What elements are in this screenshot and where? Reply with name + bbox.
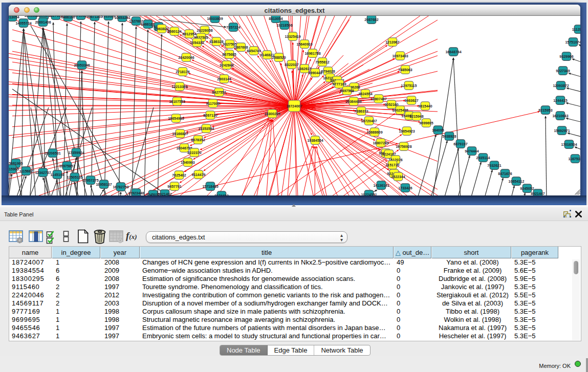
svg-text:2522344: 2522344 bbox=[391, 175, 405, 179]
svg-text:8267130: 8267130 bbox=[203, 114, 217, 117]
svg-text:8454749: 8454749 bbox=[247, 49, 260, 53]
svg-text:9174412: 9174412 bbox=[214, 194, 228, 196]
svg-text:15720407: 15720407 bbox=[361, 119, 377, 123]
svg-text:8215948: 8215948 bbox=[409, 115, 423, 118]
svg-text:17957275: 17957275 bbox=[82, 179, 98, 182]
svg-text:1362615: 1362615 bbox=[297, 67, 311, 71]
svg-text:1540993: 1540993 bbox=[181, 161, 194, 164]
svg-text:1112849: 1112849 bbox=[572, 28, 580, 31]
svg-text:8921402: 8921402 bbox=[158, 192, 171, 196]
svg-text:10688609: 10688609 bbox=[366, 130, 382, 134]
svg-text:12923448: 12923448 bbox=[128, 191, 144, 195]
svg-text:7515526: 7515526 bbox=[101, 16, 115, 18]
svg-text:15692971: 15692971 bbox=[554, 129, 570, 133]
svg-text:10653267: 10653267 bbox=[114, 16, 130, 19]
svg-text:10807487: 10807487 bbox=[371, 97, 386, 101]
svg-text:12213369: 12213369 bbox=[171, 85, 187, 89]
svg-text:7963822: 7963822 bbox=[155, 27, 168, 31]
svg-text:8322037: 8322037 bbox=[285, 63, 298, 67]
svg-text:8660124: 8660124 bbox=[167, 30, 181, 33]
svg-text:1244415: 1244415 bbox=[553, 99, 567, 102]
svg-text:1733426: 1733426 bbox=[398, 186, 412, 190]
svg-text:15718485: 15718485 bbox=[202, 185, 218, 188]
svg-text:12093872: 12093872 bbox=[553, 84, 569, 87]
svg-text:7032621: 7032621 bbox=[487, 164, 501, 167]
svg-text:6497568: 6497568 bbox=[340, 89, 354, 93]
svg-text:14136141: 14136141 bbox=[373, 184, 389, 187]
svg-text:17359924: 17359924 bbox=[68, 151, 84, 155]
svg-text:9463627: 9463627 bbox=[404, 99, 418, 102]
svg-text:10975857: 10975857 bbox=[59, 164, 75, 168]
svg-text:20206531: 20206531 bbox=[45, 151, 60, 155]
svg-text:7485063: 7485063 bbox=[398, 68, 412, 72]
svg-text:9699695: 9699695 bbox=[419, 121, 433, 125]
svg-text:9777169: 9777169 bbox=[332, 82, 346, 86]
svg-text:1151720: 1151720 bbox=[386, 163, 400, 167]
svg-text:20364436: 20364436 bbox=[345, 100, 361, 103]
svg-text:13325419: 13325419 bbox=[285, 35, 300, 38]
svg-text:9242848: 9242848 bbox=[220, 63, 233, 67]
svg-text:7955812: 7955812 bbox=[315, 60, 329, 64]
svg-text:17016504: 17016504 bbox=[561, 143, 577, 146]
svg-text:15640910: 15640910 bbox=[296, 42, 312, 46]
svg-text:2588520: 2588520 bbox=[272, 56, 286, 59]
svg-text:18724007: 18724007 bbox=[286, 104, 302, 108]
svg-text:8675685: 8675685 bbox=[222, 53, 236, 56]
svg-text:16671355: 16671355 bbox=[86, 16, 102, 18]
svg-text:8186328: 8186328 bbox=[209, 40, 223, 43]
svg-text:1115682: 1115682 bbox=[19, 169, 33, 173]
svg-text:10224551: 10224551 bbox=[361, 193, 377, 196]
svg-text:19384554: 19384554 bbox=[307, 139, 323, 142]
svg-text:8921447: 8921447 bbox=[531, 192, 545, 195]
svg-text:9245052: 9245052 bbox=[520, 187, 534, 190]
svg-text:8912954: 8912954 bbox=[182, 32, 196, 36]
svg-text:19756928: 19756928 bbox=[396, 145, 411, 148]
svg-text:8222370: 8222370 bbox=[187, 151, 201, 155]
svg-text:8813054: 8813054 bbox=[269, 17, 282, 20]
svg-text:10958137: 10958137 bbox=[96, 183, 112, 186]
svg-text:22420046: 22420046 bbox=[178, 56, 194, 59]
svg-text:5938928: 5938928 bbox=[442, 135, 456, 138]
svg-text:8215953: 8215953 bbox=[538, 108, 552, 112]
svg-text:9329966: 9329966 bbox=[559, 55, 573, 58]
svg-text:20053346: 20053346 bbox=[74, 63, 90, 67]
svg-text:12342737: 12342737 bbox=[35, 171, 51, 174]
svg-text:15751074: 15751074 bbox=[565, 40, 580, 44]
svg-text:9815440: 9815440 bbox=[418, 104, 432, 108]
svg-text:7357224: 7357224 bbox=[226, 26, 240, 29]
svg-text:16782759: 16782759 bbox=[113, 185, 128, 189]
svg-text:9052160: 9052160 bbox=[384, 103, 398, 106]
svg-text:3824554: 3824554 bbox=[358, 92, 372, 96]
svg-text:8813054: 8813054 bbox=[9, 16, 19, 19]
svg-text:8427552: 8427552 bbox=[212, 91, 226, 94]
svg-text:20691406: 20691406 bbox=[35, 20, 51, 24]
svg-text:8990448: 8990448 bbox=[308, 71, 322, 75]
svg-text:1213967: 1213967 bbox=[385, 40, 399, 44]
svg-text:1167533: 1167533 bbox=[569, 157, 580, 161]
svg-text:23226058: 23226058 bbox=[197, 29, 212, 32]
svg-text:9117006: 9117006 bbox=[206, 102, 220, 105]
svg-text:10025438: 10025438 bbox=[392, 108, 408, 112]
svg-text:2803144: 2803144 bbox=[217, 77, 231, 81]
svg-text:19654985: 19654985 bbox=[168, 117, 184, 120]
svg-text:19654923: 19654923 bbox=[399, 129, 415, 133]
svg-text:9457791: 9457791 bbox=[167, 185, 181, 188]
svg-text:12505135: 12505135 bbox=[67, 176, 82, 179]
svg-text:16046798: 16046798 bbox=[176, 146, 192, 150]
svg-text:7625402: 7625402 bbox=[172, 173, 186, 177]
svg-text:2867608: 2867608 bbox=[234, 46, 248, 49]
svg-text:2718176: 2718176 bbox=[176, 70, 189, 74]
svg-text:1145194: 1145194 bbox=[51, 173, 64, 177]
svg-text:3915905: 3915905 bbox=[9, 167, 19, 171]
svg-text:164095: 164095 bbox=[432, 128, 444, 132]
svg-text:8678352: 8678352 bbox=[191, 138, 205, 142]
svg-text:14055724: 14055724 bbox=[15, 21, 31, 25]
svg-text:9114479: 9114479 bbox=[192, 173, 206, 177]
svg-text:6794028: 6794028 bbox=[321, 70, 335, 73]
svg-text:18300295: 18300295 bbox=[264, 112, 280, 116]
svg-text:1054332: 1054332 bbox=[190, 41, 204, 45]
svg-text:9474444: 9474444 bbox=[465, 149, 478, 153]
svg-text:19166827: 19166827 bbox=[172, 132, 188, 136]
svg-text:2087682: 2087682 bbox=[364, 18, 378, 21]
svg-text:12975115: 12975115 bbox=[401, 84, 417, 87]
